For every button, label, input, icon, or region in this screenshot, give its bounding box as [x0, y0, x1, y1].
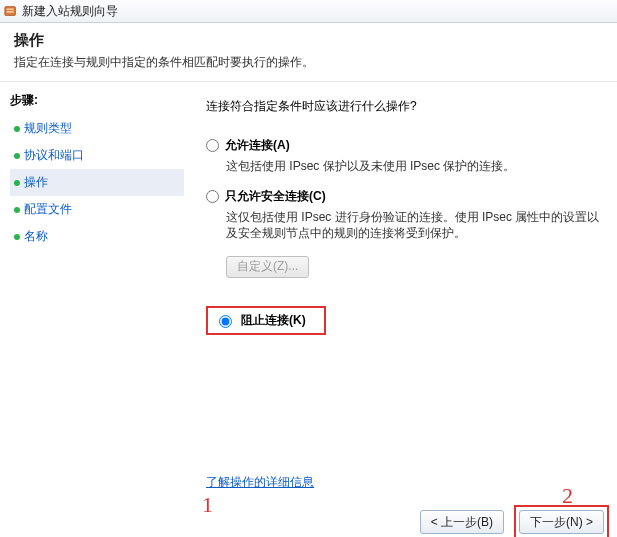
step-label: 名称 — [24, 228, 48, 245]
option-block-highlight: 阻止连接(K) — [206, 306, 326, 335]
next-button[interactable]: 下一步(N) > — [519, 510, 604, 534]
option-secure-desc: 这仅包括使用 IPsec 进行身份验证的连接。使用 IPsec 属性中的设置以及… — [226, 209, 609, 241]
option-secure-row: 只允许安全连接(C) — [206, 188, 609, 205]
option-block-label: 阻止连接(K) — [241, 312, 306, 329]
step-label: 操作 — [24, 174, 48, 191]
content-prompt: 连接符合指定条件时应该进行什么操作? — [206, 98, 609, 115]
annotation-2: 2 — [562, 483, 573, 509]
header: 操作 指定在连接与规则中指定的条件相匹配时要执行的操作。 — [0, 23, 617, 82]
body: 步骤: 规则类型 协议和端口 操作 配置文件 名称 — [0, 82, 617, 537]
option-allow-desc: 这包括使用 IPsec 保护以及未使用 IPsec 保护的连接。 — [226, 158, 609, 174]
annotation-1: 1 — [202, 492, 213, 518]
nav-buttons-bar: 2 < 上一步(B) 下一步(N) > — [420, 505, 609, 537]
step-dot-icon — [14, 207, 20, 213]
radio-secure[interactable] — [206, 190, 219, 203]
step-dot-icon — [14, 180, 20, 186]
customize-button: 自定义(Z)... — [226, 256, 309, 278]
radio-block[interactable] — [219, 315, 232, 328]
step-protocol-port[interactable]: 协议和端口 — [10, 142, 184, 169]
svg-rect-1 — [7, 8, 14, 10]
steps-label: 步骤: — [10, 88, 184, 115]
step-action[interactable]: 操作 — [10, 169, 184, 196]
step-dot-icon — [14, 126, 20, 132]
step-name[interactable]: 名称 — [10, 223, 184, 250]
step-label: 协议和端口 — [24, 147, 84, 164]
option-allow-row: 允许连接(A) — [206, 137, 609, 154]
back-button[interactable]: < 上一步(B) — [420, 510, 504, 534]
learn-more-link[interactable]: 了解操作的详细信息 — [206, 474, 314, 491]
option-allow-label: 允许连接(A) — [225, 137, 290, 154]
content-panel: 连接符合指定条件时应该进行什么操作? 允许连接(A) 这包括使用 IPsec 保… — [184, 82, 617, 537]
page-title: 操作 — [14, 31, 603, 50]
svg-rect-2 — [7, 11, 14, 13]
step-label: 配置文件 — [24, 201, 72, 218]
page-description: 指定在连接与规则中指定的条件相匹配时要执行的操作。 — [14, 54, 603, 71]
wizard-window: 新建入站规则向导 操作 指定在连接与规则中指定的条件相匹配时要执行的操作。 步骤… — [0, 0, 617, 537]
titlebar: 新建入站规则向导 — [0, 0, 617, 23]
option-secure-label: 只允许安全连接(C) — [225, 188, 326, 205]
step-label: 规则类型 — [24, 120, 72, 137]
window-title: 新建入站规则向导 — [22, 3, 118, 20]
steps-sidebar: 步骤: 规则类型 协议和端口 操作 配置文件 名称 — [0, 82, 184, 537]
step-dot-icon — [14, 234, 20, 240]
step-rule-type[interactable]: 规则类型 — [10, 115, 184, 142]
step-dot-icon — [14, 153, 20, 159]
radio-allow[interactable] — [206, 139, 219, 152]
app-icon — [4, 4, 18, 18]
next-button-highlight: 下一步(N) > — [514, 505, 609, 537]
step-profile[interactable]: 配置文件 — [10, 196, 184, 223]
